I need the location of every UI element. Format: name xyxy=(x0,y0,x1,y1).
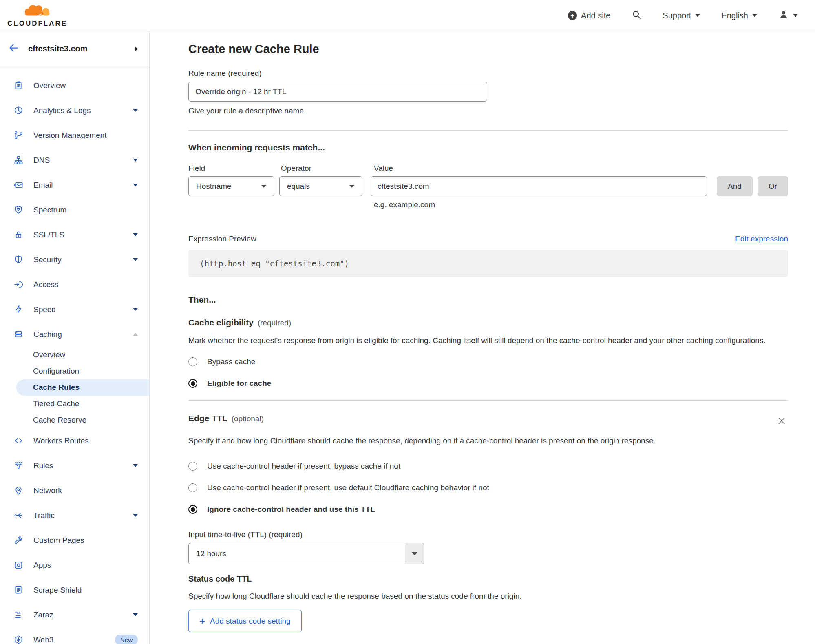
sidebar-item-custom-pages[interactable]: Custom Pages xyxy=(0,528,149,553)
sidebar-subitem-cache-reserve[interactable]: Cache Reserve xyxy=(0,412,149,428)
ttl-select-caret[interactable] xyxy=(405,543,424,564)
add-status-code-button[interactable]: + Add status code setting xyxy=(188,610,302,632)
sidebar-item-spectrum[interactable]: Spectrum xyxy=(0,197,149,222)
radio-option-label: Ignore cache-control header and use this… xyxy=(207,505,375,514)
rules-icon xyxy=(13,461,23,471)
sidebar-item-label: Zaraz xyxy=(33,611,123,620)
sidebar-item-label: Security xyxy=(33,255,123,264)
sidebar-item-label: Speed xyxy=(33,305,123,314)
edge-ttl-description: Specify if and how long Cloudflare shoul… xyxy=(188,434,671,447)
sidebar-subitem-tiered-cache[interactable]: Tiered Cache xyxy=(0,396,149,412)
cloudflare-cloud-icon xyxy=(20,4,55,19)
radio-unselected-icon xyxy=(188,462,197,471)
section-divider xyxy=(188,400,788,401)
sidebar-header: cftestsite3.com xyxy=(0,31,149,66)
user-icon xyxy=(778,9,789,22)
radio-unselected-icon xyxy=(188,483,197,492)
match-heading: When incoming requests match... xyxy=(188,143,788,153)
sidebar-item-label: Overview xyxy=(33,81,138,90)
expression-code: (http.host eq "cftestsite3.com") xyxy=(188,250,788,277)
required-tag: (required) xyxy=(258,319,291,328)
field-label: Field xyxy=(188,164,281,173)
back-arrow-icon[interactable] xyxy=(8,42,19,55)
security-icon xyxy=(13,255,23,265)
chevron-down-icon xyxy=(133,159,138,162)
ttl-select[interactable]: 12 hours xyxy=(188,543,424,564)
version-management-icon xyxy=(13,131,23,140)
and-button[interactable]: And xyxy=(717,176,753,196)
traffic-icon xyxy=(13,511,23,520)
workers-routes-icon xyxy=(13,436,23,446)
language-menu[interactable]: English xyxy=(721,11,757,20)
radio-unselected-icon xyxy=(188,357,197,366)
search-button[interactable] xyxy=(632,10,641,22)
brand-text: CLOUDFLARE xyxy=(7,20,67,28)
sidebar-item-dns[interactable]: DNS xyxy=(0,148,149,173)
edit-expression-link[interactable]: Edit expression xyxy=(735,235,788,243)
rule-name-input[interactable] xyxy=(188,82,487,102)
chevron-down-icon xyxy=(133,308,138,311)
sidebar-item-web3[interactable]: Web3New xyxy=(0,627,149,644)
cloudflare-logo[interactable]: CLOUDFLARE xyxy=(7,4,67,28)
or-button[interactable]: Or xyxy=(758,176,788,196)
operator-label: Operator xyxy=(281,164,374,173)
sidebar-item-label: Version Management xyxy=(33,131,138,140)
value-label: Value xyxy=(374,164,393,173)
radio-selected-icon xyxy=(188,379,197,388)
sidebar-item-caching[interactable]: Caching xyxy=(0,322,149,347)
dns-icon xyxy=(13,155,23,165)
sidebar-item-version-management[interactable]: Version Management xyxy=(0,123,149,148)
apps-icon xyxy=(13,560,23,570)
radio-option-bypass-cache[interactable]: Bypass cache xyxy=(188,357,788,366)
sidebar-subitem-configuration[interactable]: Configuration xyxy=(0,363,149,379)
sidebar-item-workers-routes[interactable]: Workers Routes xyxy=(0,428,149,453)
speed-icon xyxy=(13,305,23,314)
add-site-button[interactable]: + Add site xyxy=(568,11,610,20)
radio-option-label: Eligible for cache xyxy=(207,379,271,388)
sidebar-item-email[interactable]: Email xyxy=(0,173,149,197)
sidebar-item-overview[interactable]: Overview xyxy=(0,73,149,98)
chevron-up-icon xyxy=(133,333,138,336)
sidebar-item-analytics-logs[interactable]: Analytics & Logs xyxy=(0,98,149,123)
radio-option-eligible-for-cache[interactable]: Eligible for cache xyxy=(188,379,788,388)
sidebar-item-security[interactable]: Security xyxy=(0,247,149,272)
plus-icon: + xyxy=(568,11,577,20)
close-edge-ttl-button[interactable] xyxy=(775,414,788,429)
sidebar-item-scrape-shield[interactable]: Scrape Shield xyxy=(0,578,149,602)
sidebar-item-label: Network xyxy=(33,486,138,495)
sidebar-item-ssl-tls[interactable]: SSL/TLS xyxy=(0,222,149,247)
operator-select[interactable]: equals xyxy=(279,176,362,196)
value-input[interactable] xyxy=(371,176,707,196)
sidebar-item-label: Web3 xyxy=(33,635,107,644)
close-icon xyxy=(777,421,786,427)
cache-eligibility-options: Bypass cacheEligible for cache xyxy=(188,357,788,388)
ttl-select-value: 12 hours xyxy=(196,549,226,558)
sidebar-item-rules[interactable]: Rules xyxy=(0,453,149,478)
sidebar-subitem-cache-rules[interactable]: Cache Rules xyxy=(16,379,149,396)
operator-select-value: equals xyxy=(287,182,310,191)
radio-option-label: Use cache-control header if present, byp… xyxy=(207,462,400,471)
sidebar-item-access[interactable]: Access xyxy=(0,272,149,297)
field-select[interactable]: Hostname xyxy=(188,176,274,196)
sidebar-item-traffic[interactable]: Traffic xyxy=(0,503,149,528)
sidebar-item-network[interactable]: Network xyxy=(0,478,149,503)
sidebar-item-zaraz[interactable]: Zaraz xyxy=(0,602,149,627)
radio-option-use-cache-control-header-if-present-use-default-cloudflare-caching-behavior-if-not[interactable]: Use cache-control header if present, use… xyxy=(188,483,788,492)
sidebar-item-label: Workers Routes xyxy=(33,436,138,445)
value-help: e.g. example.com xyxy=(188,200,788,209)
sidebar-item-speed[interactable]: Speed xyxy=(0,297,149,322)
support-menu[interactable]: Support xyxy=(663,11,700,20)
radio-option-use-cache-control-header-if-present-bypass-cache-if-not[interactable]: Use cache-control header if present, byp… xyxy=(188,462,788,471)
site-switcher-chevron-icon[interactable] xyxy=(135,46,138,51)
sidebar-item-label: Custom Pages xyxy=(33,536,138,545)
edge-ttl-options: Use cache-control header if present, byp… xyxy=(188,462,788,514)
sidebar-item-label: Traffic xyxy=(33,511,123,520)
account-menu[interactable] xyxy=(778,9,798,22)
chevron-down-icon xyxy=(793,14,798,17)
sidebar-item-label: Analytics & Logs xyxy=(33,106,123,115)
plus-icon: + xyxy=(199,616,205,626)
chevron-down-icon xyxy=(261,185,267,188)
sidebar-item-apps[interactable]: Apps xyxy=(0,553,149,578)
radio-option-ignore-cache-control-header-and-use-this-ttl[interactable]: Ignore cache-control header and use this… xyxy=(188,505,788,514)
sidebar-subitem-overview[interactable]: Overview xyxy=(0,347,149,363)
